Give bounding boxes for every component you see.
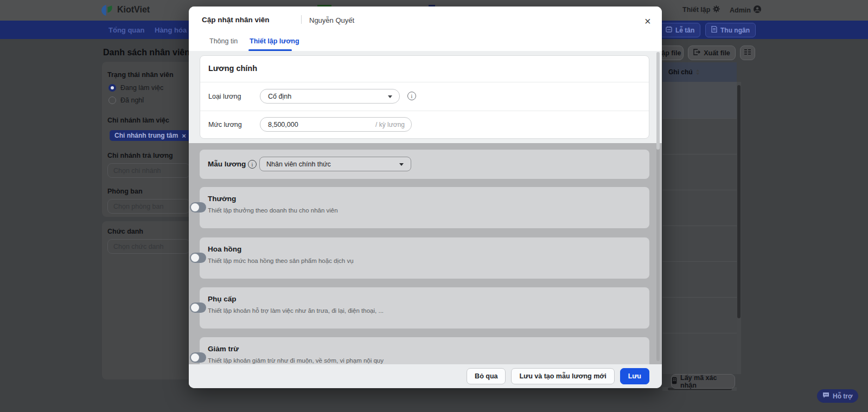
bonus-toggle[interactable] xyxy=(190,202,206,213)
skip-button[interactable]: Bỏ qua xyxy=(467,368,506,384)
columns-icon xyxy=(744,49,751,57)
chat-icon xyxy=(822,392,829,400)
department-input[interactable]: Chọn phòng ban xyxy=(107,199,190,214)
salary-amount-input[interactable]: 8,500,000 / kỳ lương xyxy=(260,117,412,132)
department-label: Phòng ban xyxy=(107,188,143,195)
table-body xyxy=(662,82,737,374)
bonus-title: Thưởng xyxy=(208,195,236,203)
salary-template-value: Nhân viên chính thức xyxy=(266,160,331,168)
commission-toggle[interactable] xyxy=(190,253,206,263)
modal-header: Cập nhật nhân viên Nguyễn Quyết × xyxy=(189,7,662,33)
allowance-description: Thiết lập khoản hỗ trợ làm việc như ăn t… xyxy=(208,307,384,314)
salary-type-label: Loại lương xyxy=(208,93,241,100)
close-icon[interactable]: × xyxy=(644,16,651,27)
support-button[interactable]: Hỗ trợ xyxy=(817,389,858,403)
pay-branch-label: Chi nhánh trả lương xyxy=(107,152,173,159)
salary-template-label: Mẫu lương xyxy=(208,160,246,168)
deduction-toggle[interactable] xyxy=(190,352,206,363)
update-employee-modal: Cập nhật nhân viên Nguyễn Quyết × Thông … xyxy=(189,7,662,388)
salary-template-info-icon[interactable]: i xyxy=(248,160,257,169)
get-confirmation-code-button[interactable]: Lấy mã xác nhận xyxy=(671,374,735,389)
pay-branch-input[interactable]: Chọn chi nhánh xyxy=(107,163,190,178)
main-salary-title: Lương chính xyxy=(208,64,257,73)
commission-title: Hoa hồng xyxy=(208,245,241,253)
tab-info[interactable]: Thông tin xyxy=(209,37,238,45)
work-branch-label: Chi nhánh làm việc xyxy=(107,117,169,124)
allowance-title: Phụ cấp xyxy=(208,295,237,303)
deduction-title: Giảm trừ xyxy=(208,345,239,353)
modal-footer: Bỏ qua Lưu và tạo mẫu lương mới Lưu xyxy=(189,364,662,388)
chevron-down-icon xyxy=(388,95,392,98)
column-settings-button[interactable] xyxy=(740,46,755,60)
salary-amount-suffix: / kỳ lương xyxy=(375,121,405,128)
cashier-button[interactable]: Thu ngân xyxy=(705,23,756,37)
allowance-toggle[interactable] xyxy=(190,302,206,313)
salary-type-select[interactable]: Cố định xyxy=(260,89,400,104)
export-icon xyxy=(693,49,700,57)
modal-tabs: Thông tin Thiết lập lương xyxy=(189,33,662,51)
status-left-label: Đã nghỉ xyxy=(120,96,144,104)
scrollbar-thumb[interactable] xyxy=(737,85,741,318)
brand-name: KiotViet xyxy=(117,5,150,15)
note-column-header[interactable]: Ghi chú xyxy=(668,68,693,76)
user-menu[interactable]: Admin xyxy=(730,5,761,15)
salary-amount-value: 8,500,000 xyxy=(268,121,298,128)
modal-content-top: Lương chính Loại lương Cố định i Mức lươ… xyxy=(189,51,662,143)
bonus-description: Thiết lập thưởng theo doanh thu cho nhân… xyxy=(208,207,338,214)
tab-salary-setup[interactable]: Thiết lập lương xyxy=(250,37,299,45)
job-title-input[interactable]: Chọn chức danh xyxy=(107,239,190,254)
reception-label: Lễ tân xyxy=(675,27,694,34)
app-screen: KiotViet Thiết lập Admin xyxy=(0,0,868,412)
calendar-icon xyxy=(666,26,672,34)
reception-button[interactable]: Lễ tân xyxy=(660,23,700,37)
deduction-section-card: Giảm trừ Thiết lập khoản giảm trừ như đi… xyxy=(200,337,649,364)
export-file-button[interactable]: Xuất file xyxy=(688,46,736,60)
export-label: Xuất file xyxy=(704,49,730,57)
settings-menu[interactable]: Thiết lập xyxy=(682,5,720,14)
salary-template-card: Mẫu lương i Nhân viên chính thức xyxy=(200,150,649,179)
salary-type-value: Cố định xyxy=(268,93,291,100)
modal-title: Cập nhật nhân viên xyxy=(202,16,270,24)
work-branch-tag[interactable]: Chi nhánh trung tâm × xyxy=(110,130,191,141)
support-label: Hỗ trợ xyxy=(833,392,853,400)
modal-dimmed-area: Mẫu lương i Nhân viên chính thức Thưởng … xyxy=(189,143,662,364)
salary-template-select[interactable]: Nhân viên chính thức xyxy=(259,157,411,171)
pay-branch-placeholder: Chọn chi nhánh xyxy=(113,167,161,175)
save-button[interactable]: Lưu xyxy=(620,368,649,384)
get-code-label: Lấy mã xác nhận xyxy=(680,374,735,389)
phone-code-icon xyxy=(672,377,677,386)
employee-name: Nguyễn Quyết xyxy=(309,16,354,24)
chevron-down-icon xyxy=(399,163,404,166)
scrollbar-thumb[interactable] xyxy=(656,52,660,150)
status-option-working[interactable]: Đang làm việc xyxy=(108,84,163,92)
page-title: Danh sách nhân viên xyxy=(103,48,190,57)
status-working-label: Đang làm việc xyxy=(120,84,163,92)
sort-icon[interactable] xyxy=(696,69,699,75)
cashier-label: Thu ngân xyxy=(720,27,750,34)
deduction-description: Thiết lập khoản giảm trừ như đi muộn, về… xyxy=(208,357,384,364)
filter-panel-jobtitle: Chức danh Chọn chức danh xyxy=(102,221,195,379)
status-filter-label: Trạng thái nhân viên xyxy=(107,71,174,79)
department-placeholder: Chọn phòng ban xyxy=(113,203,163,210)
modal-scrollbar[interactable] xyxy=(656,52,660,361)
nav-item-overview[interactable]: Tổng quan xyxy=(108,26,144,34)
gear-icon xyxy=(713,5,720,14)
filter-panel-status: Trạng thái nhân viên Đang làm việc Đã ng… xyxy=(102,62,195,217)
bonus-section-card: Thưởng Thiết lập thưởng theo doanh thu c… xyxy=(200,187,649,228)
status-option-left[interactable]: Đã nghỉ xyxy=(108,96,144,104)
table-row[interactable] xyxy=(662,82,737,118)
salary-type-info-icon[interactable]: i xyxy=(407,92,416,100)
job-title-placeholder: Chọn chức danh xyxy=(113,243,163,250)
table-header: Ghi chú xyxy=(662,62,737,83)
salary-amount-label: Mức lương xyxy=(208,121,242,128)
radio-unselected-icon xyxy=(108,96,116,104)
title-divider xyxy=(301,15,302,24)
commission-section-card: Hoa hồng Thiết lập mức hoa hồng theo sản… xyxy=(200,237,649,279)
kiotviet-logo-icon xyxy=(100,4,113,16)
nav-item-products[interactable]: Hàng hóa xyxy=(155,26,187,34)
tag-remove-icon[interactable]: × xyxy=(182,132,186,140)
save-and-new-template-button[interactable]: Lưu và tạo mẫu lương mới xyxy=(511,368,614,384)
user-label: Admin xyxy=(730,7,751,14)
radio-selected-icon xyxy=(108,84,116,92)
table-vertical-scrollbar[interactable] xyxy=(737,82,741,374)
